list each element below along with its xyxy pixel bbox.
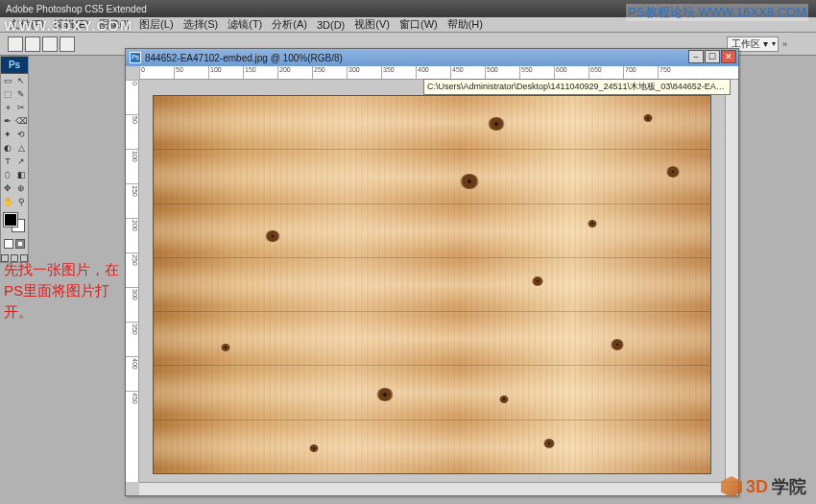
- menu-select[interactable]: 选择(S): [180, 17, 223, 32]
- menu-analysis[interactable]: 分析(A): [268, 17, 311, 32]
- camera-tool[interactable]: ⊕: [14, 181, 28, 195]
- arrange-documents-icons[interactable]: [8, 36, 75, 52]
- brush-tool[interactable]: ⌫: [14, 114, 28, 128]
- document-icon: Ps: [130, 52, 141, 63]
- document-window: Ps 844652-EA47102-embed.jpg @ 100%(RGB/8…: [125, 48, 739, 496]
- eyedropper-tool[interactable]: ✂: [14, 101, 28, 114]
- instruction-text: 先找一张图片，在PS里面将图片打开。: [4, 259, 123, 323]
- marquee-tool[interactable]: ↖: [14, 74, 28, 87]
- 3d-tool[interactable]: ✥: [1, 181, 14, 195]
- menu-layer[interactable]: 图层(L): [135, 17, 177, 32]
- document-title: 844652-EA47102-embed.jpg @ 100%(RGB/8): [145, 53, 343, 63]
- menu-3d[interactable]: 3D(D): [313, 19, 348, 31]
- ps-logo-icon: Ps: [1, 57, 28, 74]
- move-tool[interactable]: ▭: [1, 74, 14, 87]
- right-panel-dock: [741, 56, 816, 504]
- window-maximize-button[interactable]: ☐: [705, 50, 720, 63]
- app-title: Adobe Photoshop CS5 Extended: [6, 4, 147, 14]
- menu-help[interactable]: 帮助(H): [444, 17, 487, 32]
- lasso-tool[interactable]: ⬚: [1, 87, 14, 101]
- quick-mask-toggle[interactable]: [1, 235, 28, 252]
- crop-tool[interactable]: ⌖: [1, 101, 14, 114]
- path-select-tool[interactable]: ◧: [14, 168, 28, 181]
- tool-palette: Ps ▭ ↖ ⬚ ✎ ⌖ ✂ ✒ ⌫ ✦ ⟲ ◐ △ T ↗ ⬯ ◧ ✥ ⊕ ✋…: [0, 56, 29, 263]
- color-swatch[interactable]: [1, 210, 28, 235]
- menu-filter[interactable]: 滤镜(T): [224, 17, 266, 32]
- cube-icon: [721, 476, 742, 497]
- file-path-tooltip: C:\Users\Administrator\Desktop\141104092…: [423, 79, 731, 95]
- quick-select-tool[interactable]: ✎: [14, 87, 28, 101]
- canvas-area[interactable]: C:\Users\Administrator\Desktop\141104092…: [139, 80, 725, 482]
- collapse-panels-icon[interactable]: »: [782, 39, 787, 49]
- eraser-tool[interactable]: ◐: [1, 141, 14, 155]
- watermark-top-left: WWW.3DXY.COM: [4, 17, 133, 34]
- zoom-tool[interactable]: ⚲: [14, 195, 28, 208]
- window-close-button[interactable]: ✕: [721, 50, 736, 63]
- history-brush-tool[interactable]: ⟲: [14, 128, 28, 141]
- menu-window[interactable]: 窗口(W): [396, 17, 442, 32]
- clone-stamp-tool[interactable]: ✦: [1, 128, 14, 141]
- gradient-tool[interactable]: △: [14, 141, 28, 155]
- wood-image: [153, 95, 711, 474]
- type-tool[interactable]: T: [1, 155, 14, 168]
- pen-tool[interactable]: ↗: [14, 155, 28, 168]
- ruler-vertical[interactable]: 050100150200250300350400450: [126, 80, 139, 482]
- watermark-top-right: PS教程论坛 WWW.16XX8.COM: [626, 4, 808, 21]
- foreground-color-swatch[interactable]: [4, 213, 17, 227]
- scrollbar-horizontal[interactable]: [139, 482, 738, 495]
- document-titlebar[interactable]: Ps 844652-EA47102-embed.jpg @ 100%(RGB/8…: [126, 49, 738, 66]
- scrollbar-vertical[interactable]: [725, 80, 738, 482]
- hand-tool[interactable]: ✋: [1, 195, 14, 208]
- ruler-horizontal[interactable]: 0501001502002503003504004505005506006507…: [139, 66, 738, 80]
- healing-brush-tool[interactable]: ✒: [1, 114, 14, 128]
- menu-view[interactable]: 视图(V): [350, 17, 394, 32]
- shape-tool[interactable]: ⬯: [1, 168, 14, 181]
- window-minimize-button[interactable]: –: [688, 50, 704, 63]
- watermark-bottom-right: 3D学院: [721, 475, 806, 498]
